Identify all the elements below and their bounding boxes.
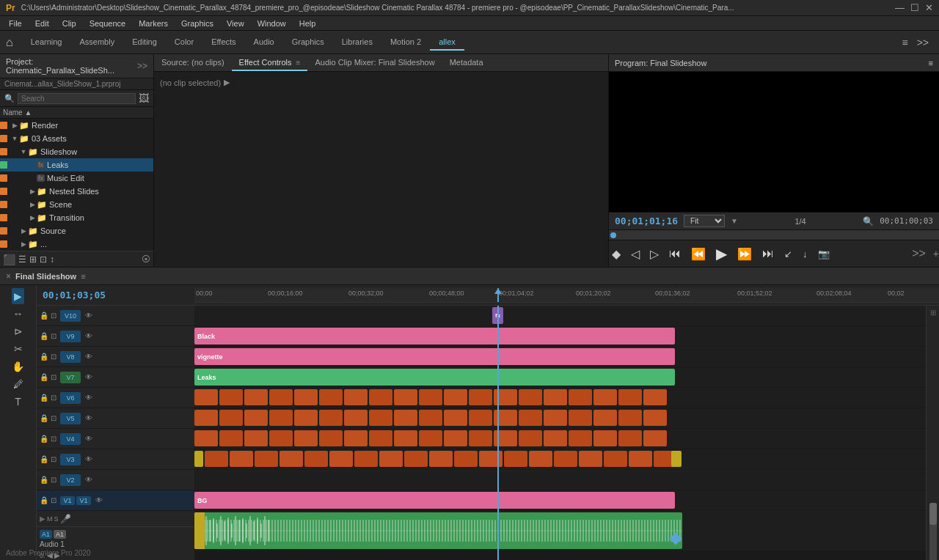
eye-icon-v1[interactable]: 👁	[94, 496, 104, 504]
track-content-a1[interactable]	[194, 511, 926, 551]
zoom-icon[interactable]: 🔍	[863, 216, 874, 226]
track-height-button[interactable]: ⊞	[930, 309, 936, 317]
sort-icon[interactable]: ↕	[50, 254, 54, 265]
sync-icon-v10[interactable]: ⊡	[48, 312, 59, 320]
select-tool-button[interactable]: ▶	[12, 288, 24, 304]
target-v1-badge[interactable]: V1	[60, 496, 75, 505]
audio-m-button[interactable]: M	[47, 515, 53, 523]
tab-editing[interactable]: Editing	[123, 34, 166, 51]
tab-effects[interactable]: Effects	[202, 34, 244, 51]
sync-icon-v7[interactable]: ⊡	[48, 373, 59, 381]
eye-icon-v9[interactable]: 👁	[84, 332, 94, 340]
sync-icon-v1[interactable]: ⊡	[48, 496, 59, 504]
tree-item-transition[interactable]: ▶ 📁 Transition	[0, 211, 153, 224]
tree-item-nested-slides[interactable]: ▶ 📁 Nested Slides	[0, 185, 153, 198]
clip-v1-bg[interactable]: BG	[194, 492, 675, 509]
lock-icon-v8[interactable]: 🔒	[40, 353, 47, 361]
menu-edit[interactable]: Edit	[29, 18, 55, 29]
track-content-v9[interactable]: Black	[194, 326, 926, 347]
track-content-v10[interactable]: fx	[194, 306, 926, 326]
step-forward-button[interactable]: ⏩	[734, 246, 755, 262]
last-frame-button[interactable]: ⏭	[759, 246, 777, 262]
overwrite-button[interactable]: ↓	[800, 247, 811, 261]
lock-icon-v1[interactable]: 🔒	[40, 496, 47, 504]
track-content-v2[interactable]	[194, 470, 926, 490]
tree-item-musicedit[interactable]: fx Music Edit	[0, 172, 153, 185]
program-monitor-menu-icon[interactable]: ≡	[929, 59, 933, 67]
eye-icon-v2[interactable]: 👁	[84, 476, 94, 484]
eye-icon-v10[interactable]: 👁	[84, 312, 94, 320]
tab-assembly[interactable]: Assembly	[71, 34, 124, 51]
eye-icon-v6[interactable]: 👁	[84, 394, 94, 402]
play-button[interactable]: ▶	[713, 243, 730, 264]
close-button[interactable]: ✕	[925, 2, 933, 13]
timeline-ruler[interactable]: 00;00 00;00;16;00 00;00;32;00 00;00;48;0…	[194, 288, 939, 303]
eye-icon-v8[interactable]: 👁	[84, 353, 94, 361]
tab-color[interactable]: Color	[166, 34, 202, 51]
expand-arrow[interactable]: ▶	[224, 78, 230, 87]
clip-v7-leaks[interactable]: Leaks	[194, 369, 675, 386]
menu-file[interactable]: File	[3, 18, 28, 29]
tab-learning[interactable]: Learning	[22, 34, 71, 51]
clip-v9-black[interactable]: Black	[194, 328, 675, 345]
razor-tool-button[interactable]: ✂	[12, 341, 25, 357]
eye-icon-v7[interactable]: 👁	[84, 373, 94, 381]
clip-v10-fx[interactable]: fx	[492, 307, 503, 324]
monitor-scrubber[interactable]	[609, 229, 939, 240]
new-bin-icon[interactable]: ⬛	[3, 254, 15, 265]
menu-graphics[interactable]: Graphics	[175, 18, 219, 29]
track-content-v4[interactable]	[194, 429, 926, 449]
first-frame-button[interactable]: ⏮	[666, 246, 684, 262]
scrollbar-thumb[interactable]	[929, 503, 937, 525]
track-select-button[interactable]: ↔	[11, 306, 26, 322]
track-content-v6[interactable]: // Drawn inline via SVG rects	[194, 388, 926, 408]
eye-icon-v5[interactable]: 👁	[84, 414, 94, 422]
home-button[interactable]: ⌂	[6, 36, 13, 49]
tree-item-source[interactable]: ▶ 📁 Source	[0, 224, 153, 237]
insert-button[interactable]: ↙	[781, 247, 795, 261]
tab-libraries[interactable]: Libraries	[333, 34, 381, 51]
in-point-button[interactable]: ◁	[628, 246, 643, 262]
tab-graphics[interactable]: Graphics	[283, 34, 333, 51]
lock-icon-v7[interactable]: 🔒	[40, 373, 47, 381]
icon-view-icon[interactable]: ⊞	[29, 254, 37, 265]
tab-motion2[interactable]: Motion 2	[381, 34, 430, 51]
out-point-button[interactable]: ▷	[647, 246, 662, 262]
step-back-button[interactable]: ⏪	[688, 246, 709, 262]
track-content-v1[interactable]: BG	[194, 490, 926, 511]
tab-effect-controls[interactable]: Effect Controls ≡	[232, 55, 308, 71]
lock-icon-v2[interactable]: 🔒	[40, 476, 47, 484]
hand-tool-button[interactable]: ✋	[10, 358, 26, 375]
source-v1-badge[interactable]: V1	[76, 496, 91, 505]
workspace-extend-button[interactable]: >>	[913, 35, 933, 50]
tab-audio-mixer[interactable]: Audio Clip Mixer: Final Slideshow	[307, 55, 442, 71]
search-input[interactable]	[18, 93, 136, 104]
menu-help[interactable]: Help	[293, 18, 322, 29]
sync-icon-v6[interactable]: ⊡	[48, 394, 59, 402]
ripple-edit-button[interactable]: ⊳	[12, 323, 25, 339]
monitor-more-button[interactable]: +	[933, 248, 939, 259]
vertical-scrollbar[interactable]	[929, 503, 937, 560]
text-tool-button[interactable]: T	[12, 394, 23, 410]
tab-source[interactable]: Source: (no clips)	[154, 55, 232, 71]
scrubber-head[interactable]	[610, 232, 616, 238]
freeform-view-icon[interactable]: ⊡	[40, 254, 47, 265]
sync-icon-v2[interactable]: ⊡	[48, 476, 59, 484]
track-content-v7[interactable]: Leaks	[194, 367, 926, 388]
sync-icon-v8[interactable]: ⊡	[48, 353, 59, 361]
menu-clip[interactable]: Clip	[56, 18, 82, 29]
panel-settings-icon[interactable]: ⦿	[142, 254, 150, 265]
eye-icon-v4[interactable]: 👁	[84, 435, 94, 443]
track-content-v3[interactable]	[194, 449, 926, 470]
timeline-close-button[interactable]: ×	[6, 271, 11, 281]
menu-window[interactable]: Window	[252, 18, 292, 29]
tab-allex[interactable]: allex	[430, 34, 464, 51]
tree-item-slideshow[interactable]: ▼ 📁 Slideshow	[0, 145, 153, 158]
target-a1-badge[interactable]: A1	[40, 530, 52, 539]
new-item-icon[interactable]: 🖼	[139, 92, 149, 104]
tab-metadata[interactable]: Metadata	[442, 55, 491, 71]
track-content-v5[interactable]	[194, 408, 926, 429]
tree-item-scene[interactable]: ▶ 📁 Scene	[0, 198, 153, 211]
lock-icon-v5[interactable]: 🔒	[40, 414, 47, 422]
add-marker-button[interactable]: ◆	[609, 246, 624, 262]
